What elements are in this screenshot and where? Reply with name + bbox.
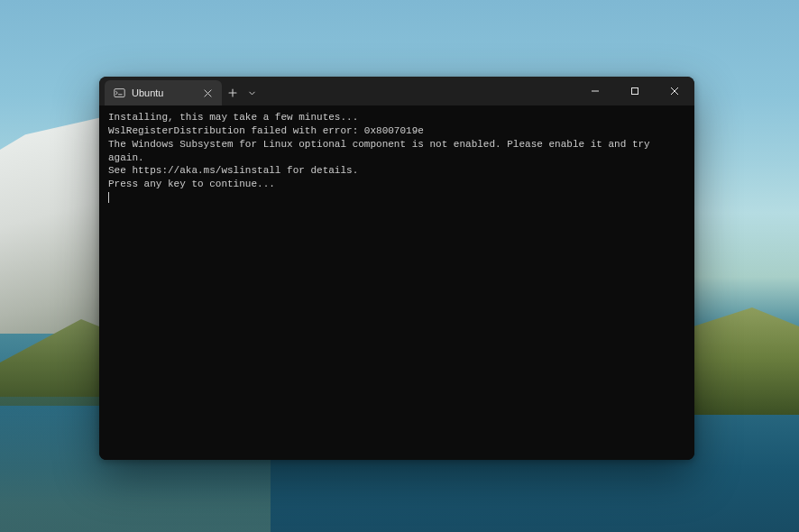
window-controls [575, 77, 694, 105]
terminal-line: Installing, this may take a few minutes.… [108, 111, 685, 124]
svg-rect-0 [115, 88, 124, 96]
minimize-button[interactable] [575, 77, 615, 105]
terminal-cursor [108, 192, 109, 203]
terminal-window: Ubuntu [99, 77, 694, 460]
svg-rect-3 [632, 88, 638, 95]
new-tab-button[interactable] [222, 80, 243, 105]
new-tab-dropdown[interactable] [243, 80, 260, 105]
desktop-wallpaper: Ubuntu [0, 0, 799, 532]
terminal-line: WslRegisterDistribution failed with erro… [108, 124, 685, 138]
ubuntu-icon [114, 87, 125, 99]
titlebar-drag-region[interactable] [260, 77, 575, 105]
close-button[interactable] [655, 77, 694, 105]
terminal-line: See https://aka.ms/wslinstall for detail… [108, 164, 685, 178]
tab-close-button[interactable] [200, 86, 215, 100]
terminal-line: The Windows Subsystem for Linux optional… [108, 138, 685, 165]
terminal-output[interactable]: Installing, this may take a few minutes.… [99, 105, 694, 460]
tab-title: Ubuntu [132, 87, 194, 98]
maximize-button[interactable] [615, 77, 655, 105]
terminal-line: Press any key to continue... [108, 178, 685, 191]
tab-strip: Ubuntu [99, 77, 260, 105]
tab-ubuntu[interactable]: Ubuntu [105, 80, 222, 105]
window-titlebar[interactable]: Ubuntu [99, 77, 694, 105]
